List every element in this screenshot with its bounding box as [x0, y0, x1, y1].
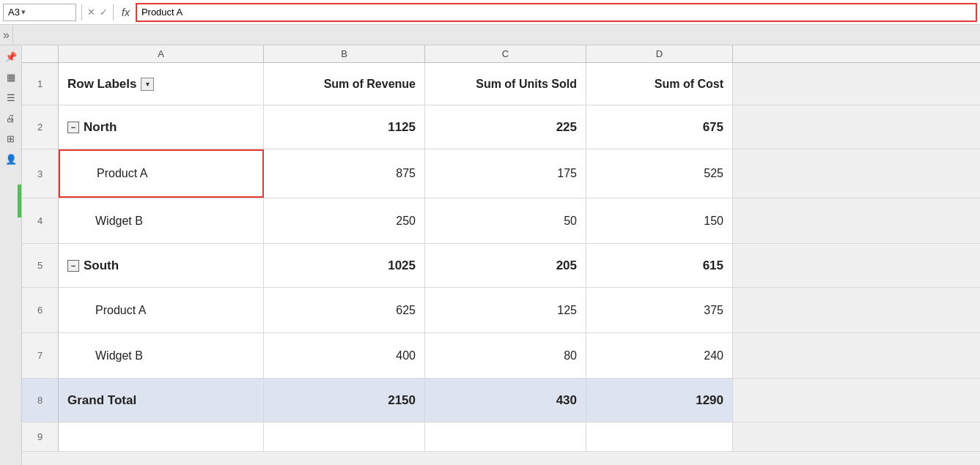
table-row: 1 Row Labels ▾ Sum of Revenue Sum of Uni…	[22, 63, 980, 105]
side-tool-lines[interactable]: ☰	[3, 89, 19, 105]
cell-c5[interactable]: 205	[425, 244, 586, 287]
cell-c1[interactable]: Sum of Units Sold	[425, 63, 586, 105]
cell-d7[interactable]: 240	[586, 333, 733, 378]
formula-fx-label: fx	[122, 7, 130, 18]
table-row: 5 − South 1025 205 615	[22, 244, 980, 288]
cell-d4[interactable]: 150	[586, 198, 733, 243]
table-row: 8 Grand Total 2150 430 1290	[22, 379, 980, 423]
row-num-6: 6	[22, 288, 59, 332]
row-num-5: 5	[22, 244, 59, 287]
row-num-2: 2	[22, 105, 59, 149]
table-row: 3 Product A 875 175 525	[22, 149, 980, 198]
cell-b3[interactable]: 875	[264, 149, 425, 198]
cell-a6[interactable]: Product A	[59, 288, 264, 332]
side-tool-person[interactable]: 👤	[3, 151, 19, 167]
cell-b9[interactable]	[264, 423, 425, 451]
cell-d9[interactable]	[586, 423, 733, 451]
formula-input[interactable]	[136, 3, 977, 22]
cell-d1[interactable]: Sum of Cost	[586, 63, 733, 105]
cell-ref-dropdown-icon[interactable]: ▾	[21, 7, 26, 17]
row-num-9: 9	[22, 423, 59, 451]
cell-a3[interactable]: Product A	[59, 149, 264, 198]
cell-c7[interactable]: 80	[425, 333, 586, 378]
row-num-8: 8	[22, 379, 59, 422]
cell-d6[interactable]: 375	[586, 288, 733, 332]
cell-c3[interactable]: 175	[425, 149, 586, 198]
cell-b8[interactable]: 2150	[264, 379, 425, 422]
row-num-header-empty	[22, 45, 59, 62]
row-num-7: 7	[22, 333, 59, 378]
cell-a8[interactable]: Grand Total	[59, 379, 264, 422]
cell-c8[interactable]: 430	[425, 379, 586, 422]
cell-c4[interactable]: 50	[425, 198, 586, 243]
table-row: 2 − North 1125 225 675	[22, 105, 980, 149]
side-tool-pin[interactable]: 📌	[3, 48, 19, 64]
cell-d3[interactable]: 525	[586, 149, 733, 198]
row-num-1: 1	[22, 63, 59, 105]
cell-a1[interactable]: Row Labels ▾	[59, 63, 264, 105]
collapse-south-icon[interactable]: −	[67, 260, 79, 272]
grid-rows: 1 Row Labels ▾ Sum of Revenue Sum of Uni…	[22, 63, 980, 465]
cell-d2[interactable]: 675	[586, 105, 733, 149]
cell-ref-value: A3	[8, 7, 20, 18]
cell-c6[interactable]: 125	[425, 288, 586, 332]
side-toolbar: 📌 ▦ ☰ 🖨 ⊞ 👤	[0, 45, 22, 465]
cell-b7[interactable]: 400	[264, 333, 425, 378]
cell-a4[interactable]: Widget B	[59, 198, 264, 243]
cell-b2[interactable]: 1125	[264, 105, 425, 149]
cell-a5[interactable]: − South	[59, 244, 264, 287]
table-row: 4 Widget B 250 50 150	[22, 198, 980, 244]
cell-b5[interactable]: 1025	[264, 244, 425, 287]
cell-c9[interactable]	[425, 423, 586, 451]
side-tool-table[interactable]: ⊞	[3, 130, 19, 146]
ribbon: »	[0, 25, 980, 45]
row-labels-dropdown[interactable]: ▾	[141, 78, 154, 91]
formula-confirm-icon[interactable]: ✓	[100, 7, 108, 18]
formula-bar-icons: ✕ ✓	[87, 7, 108, 18]
cell-c2[interactable]: 225	[425, 105, 586, 149]
green-side-bar	[18, 185, 21, 217]
table-row: 9	[22, 423, 980, 452]
formula-bar: A3 ▾ ✕ ✓ fx	[0, 0, 980, 25]
grid-area: A B C D 1 Row Labels ▾ Sum of Revenue Su…	[22, 45, 980, 465]
col-header-d[interactable]: D	[586, 45, 733, 62]
cell-a7[interactable]: Widget B	[59, 333, 264, 378]
row-num-4: 4	[22, 198, 59, 243]
column-headers: A B C D	[22, 45, 980, 63]
ribbon-expand-icon[interactable]: »	[0, 25, 13, 45]
cell-d8[interactable]: 1290	[586, 379, 733, 422]
cell-d5[interactable]: 615	[586, 244, 733, 287]
cell-b6[interactable]: 625	[264, 288, 425, 332]
table-row: 7 Widget B 400 80 240	[22, 333, 980, 379]
formula-bar-divider	[81, 4, 82, 21]
cell-b1[interactable]: Sum of Revenue	[264, 63, 425, 105]
cell-a2[interactable]: − North	[59, 105, 264, 149]
formula-cancel-icon[interactable]: ✕	[87, 7, 95, 18]
col-header-a[interactable]: A	[59, 45, 264, 62]
col-header-c[interactable]: C	[425, 45, 586, 62]
side-tool-grid[interactable]: ▦	[3, 69, 19, 85]
cell-reference-box[interactable]: A3 ▾	[3, 4, 76, 21]
cell-a9[interactable]	[59, 423, 264, 451]
formula-bar-divider2	[113, 4, 114, 21]
side-tool-print[interactable]: 🖨	[3, 110, 19, 126]
spreadsheet-container: 📌 ▦ ☰ 🖨 ⊞ 👤 A B C D 1 Row Labels ▾	[0, 45, 980, 465]
cell-b4[interactable]: 250	[264, 198, 425, 243]
col-header-b[interactable]: B	[264, 45, 425, 62]
table-row: 6 Product A 625 125 375	[22, 288, 980, 333]
collapse-north-icon[interactable]: −	[67, 122, 79, 133]
row-num-3: 3	[22, 149, 59, 198]
